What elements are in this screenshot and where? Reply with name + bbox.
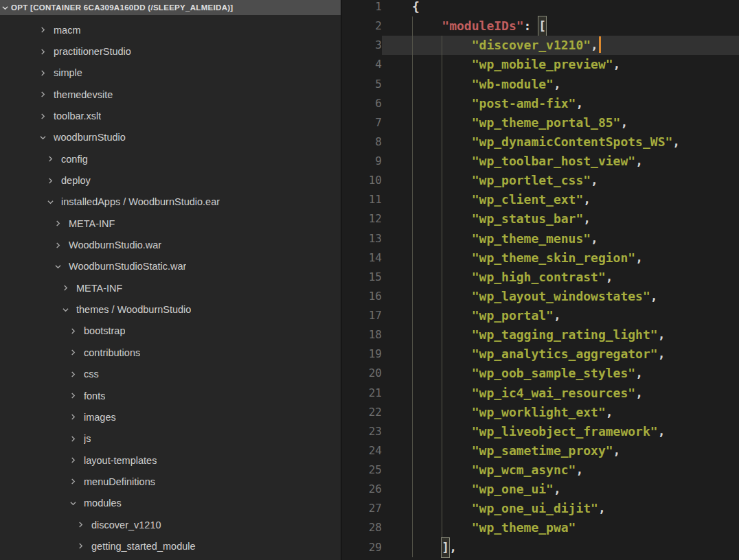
code-line[interactable]: 6 "post-amd-fix",: [343, 94, 739, 113]
tree-item[interactable]: woodburnStudio: [0, 127, 341, 148]
code-line[interactable]: 28 "wp_theme_pwa": [343, 518, 739, 537]
code-line[interactable]: 9 "wp_toolbar_host_view",: [343, 152, 739, 171]
chevron-right-icon: [69, 349, 76, 356]
indent-guide: [412, 384, 413, 403]
line-number: 17: [343, 306, 382, 325]
line-number: 15: [343, 268, 382, 287]
tree-item[interactable]: config: [0, 148, 341, 170]
indent-guide: [412, 345, 413, 364]
code-line[interactable]: 25 "wp_wcm_async",: [343, 460, 739, 480]
tree-item[interactable]: META-INF: [0, 213, 341, 234]
code-line[interactable]: 11 "wp_client_ext",: [343, 190, 739, 209]
code-line[interactable]: 24 "wp_sametime_proxy",: [343, 441, 739, 460]
code-line[interactable]: 12 "wp_status_bar",: [343, 209, 739, 229]
chevron-right-icon: [54, 242, 61, 248]
indent-guide: [412, 132, 413, 152]
chevron-right-icon: [69, 478, 76, 485]
code-line[interactable]: 29 ],: [343, 538, 739, 557]
tree-item[interactable]: getting_started_module: [0, 535, 341, 557]
code-line[interactable]: 26 "wp_one_ui",: [343, 480, 739, 499]
code-line[interactable]: 13 "wp_theme_menus",: [343, 229, 739, 248]
tree-item-label: WoodburnStudioStatic.war: [69, 261, 186, 272]
code-line[interactable]: 19 "wp_analytics_aggregator",: [343, 345, 739, 364]
line-number: 25: [343, 460, 382, 480]
tree-item[interactable]: simple: [0, 62, 341, 84]
code-line-content: "wp_theme_pwa": [382, 518, 739, 537]
tree-item[interactable]: images: [0, 406, 341, 428]
indent-spaces: [412, 16, 442, 36]
code-line[interactable]: 8 "wp_dynamicContentSpots_WS",: [343, 132, 739, 152]
code-line[interactable]: 21 "wp_ic4_wai_resources",: [343, 384, 739, 403]
code-line[interactable]: 17 "wp_portal",: [343, 306, 739, 325]
tree-item[interactable]: discover_v1210: [0, 514, 341, 535]
code-token: ,: [554, 480, 561, 499]
tree-item[interactable]: META-INF: [0, 277, 341, 299]
tree-item-label: META-INF: [76, 283, 122, 294]
code-line-content: "wp_mobile_preview",: [382, 55, 739, 74]
tree-item[interactable]: contributions: [0, 342, 341, 363]
indent-guide: [412, 75, 413, 94]
code-line[interactable]: 5 "wb-module",: [343, 75, 739, 94]
tree-item[interactable]: installedApps / WoodburnStudio.ear: [0, 191, 341, 213]
indent-guide: [412, 152, 413, 171]
explorer-section-header[interactable]: OPT [CONTAINER 6CA309A160DD (/SLEEPY_ALM…: [0, 0, 341, 15]
code-line[interactable]: 1{: [343, 0, 739, 16]
tree-item[interactable]: modules: [0, 493, 341, 514]
tree-item[interactable]: bootstrap: [0, 320, 341, 342]
code-editor[interactable]: 1{2 "moduleIDs": [3 "discover_v1210",4 "…: [343, 0, 739, 560]
indent-guide: [412, 422, 413, 441]
code-line[interactable]: 23 "wp_liveobject_framework",: [343, 422, 739, 441]
code-line-content: "wp_one_ui",: [382, 480, 739, 499]
chevron-right-icon: [39, 48, 46, 55]
code-line[interactable]: 14 "wp_theme_skin_region",: [343, 248, 739, 268]
tree-item[interactable]: macm: [0, 19, 341, 40]
code-line[interactable]: 16 "wp_layout_windowstates",: [343, 287, 739, 306]
tree-item[interactable]: fonts: [0, 385, 341, 406]
indent-guide: [412, 171, 413, 190]
code-line[interactable]: 20 "wp_oob_sample_styles",: [343, 364, 739, 383]
code-line[interactable]: 10 "wp_portlet_css",: [343, 171, 739, 190]
line-number: 3: [343, 36, 382, 55]
chevron-right-icon: [69, 371, 76, 377]
tree-item[interactable]: themedevsite: [0, 84, 341, 105]
code-line[interactable]: 4 "wp_mobile_preview",: [343, 55, 739, 74]
code-line[interactable]: 2 "moduleIDs": [: [343, 16, 739, 36]
code-token: "post-amd-fix": [472, 94, 576, 113]
code-line[interactable]: 3 "discover_v1210",: [343, 36, 739, 55]
code-token: "wp_theme_menus": [472, 229, 591, 248]
code-token: ,: [635, 152, 643, 171]
code-line[interactable]: 27 "wp_one_ui_dijit",: [343, 499, 739, 518]
code-line-content: "moduleIDs": [: [382, 16, 739, 36]
tree-item[interactable]: ocke_v104: [0, 557, 341, 560]
tree-item-label: toolbar.xslt: [54, 110, 101, 121]
code-line[interactable]: 7 "wp_theme_portal_85",: [343, 113, 739, 132]
indent-guide: [442, 94, 442, 113]
tree-item[interactable]: css: [0, 364, 341, 385]
tree-item[interactable]: themes / WoodburnStudio: [0, 299, 341, 320]
code-line-content: "wp_theme_skin_region",: [382, 248, 739, 268]
line-number: 22: [343, 403, 382, 422]
tree-item[interactable]: deploy: [0, 170, 341, 191]
chevron-down-icon: [54, 263, 61, 270]
code-token: "wp_high_contrast": [472, 268, 606, 287]
code-line-content: "wp_portlet_css",: [382, 171, 739, 190]
code-line-content: "wp_oob_sample_styles",: [382, 364, 739, 383]
code-line[interactable]: 22 "wp_worklight_ext",: [343, 403, 739, 422]
indent-guide: [412, 190, 413, 209]
tree-item[interactable]: js: [0, 428, 341, 450]
tree-item[interactable]: layout-templates: [0, 450, 341, 471]
tree-item[interactable]: practitionerStudio: [0, 40, 341, 62]
tree-item[interactable]: menuDefinitions: [0, 471, 341, 492]
tree-item[interactable]: toolbar.xslt: [0, 105, 341, 126]
code-line[interactable]: 18 "wp_tagging_rating_light",: [343, 325, 739, 345]
tree-item[interactable]: WoodburnStudioStatic.war: [0, 256, 341, 277]
indent-spaces: [412, 538, 442, 557]
indent-guide: [412, 538, 413, 557]
matched-bracket: [: [538, 16, 546, 36]
code-line-content: "wp_worklight_ext",: [382, 403, 739, 422]
tree-item-label: macm: [54, 25, 80, 36]
tree-item-label: installedApps / WoodburnStudio.ear: [61, 196, 220, 207]
chevron-right-icon: [47, 177, 54, 184]
code-line[interactable]: 15 "wp_high_contrast",: [343, 268, 739, 287]
tree-item[interactable]: WoodburnStudio.war: [0, 234, 341, 255]
